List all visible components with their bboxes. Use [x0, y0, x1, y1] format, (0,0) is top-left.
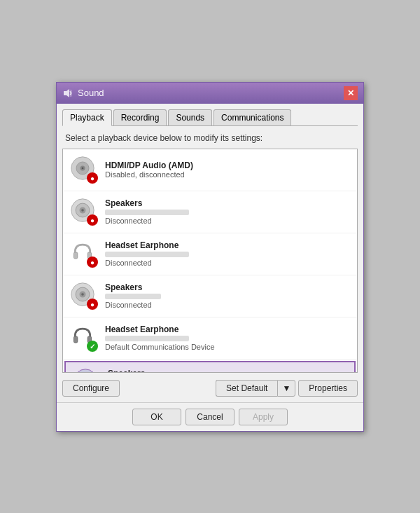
- tab-playback[interactable]: Playback: [62, 109, 112, 126]
- device-driver-bar: [105, 336, 189, 341]
- tab-description: Select a playback device below to modify…: [62, 133, 358, 143]
- device-driver-bar: [105, 210, 189, 215]
- device-item-selected[interactable]: ✓ Speakers Default Device: [64, 361, 356, 373]
- titlebar: Sound ✕: [57, 83, 363, 104]
- device-icon-speaker: ●: [70, 156, 98, 184]
- device-item[interactable]: ● Headset Earphone Disconnected: [63, 233, 357, 275]
- status-badge-disconnected: ●: [87, 214, 98, 226]
- device-info: Speakers Default Device: [108, 369, 347, 373]
- window-body: Playback Recording Sounds Communications…: [57, 104, 363, 402]
- device-info: Headset Earphone Default Communications …: [105, 324, 350, 351]
- svg-marker-1: [66, 89, 69, 97]
- ok-button[interactable]: OK: [132, 409, 181, 425]
- device-driver-bar: [105, 294, 161, 299]
- sound-dialog: Sound ✕ Playback Recording Sounds Commun…: [56, 82, 364, 432]
- close-button[interactable]: ✕: [344, 86, 358, 100]
- device-name: Speakers: [108, 369, 347, 373]
- device-status: Disabled, disconnected: [105, 170, 350, 179]
- device-item[interactable]: ✓ Headset Earphone Default Communication…: [63, 317, 357, 360]
- device-icon-headset: ●: [70, 240, 98, 268]
- set-default-arrow[interactable]: ▼: [277, 380, 295, 397]
- tab-recording[interactable]: Recording: [113, 109, 167, 125]
- device-icon-speaker: ●: [70, 282, 98, 310]
- apply-button[interactable]: Apply: [239, 409, 288, 425]
- device-status: Disconnected: [105, 301, 350, 309]
- window-title: Sound: [78, 88, 104, 98]
- status-badge-disconnected: ●: [87, 172, 98, 184]
- device-icon-headset: ✓: [70, 324, 98, 352]
- titlebar-left: Sound: [62, 88, 104, 99]
- device-name: HDMI/DP Audio (AMD): [105, 160, 350, 170]
- bottom-buttons: Configure Set Default ▼ Properties: [62, 380, 358, 397]
- device-status: Disconnected: [105, 259, 350, 267]
- device-status: Default Communications Device: [105, 343, 350, 351]
- device-info: Headset Earphone Disconnected: [105, 240, 350, 267]
- status-badge-default: ✓: [87, 341, 98, 352]
- tab-bar: Playback Recording Sounds Communications: [62, 109, 358, 126]
- device-list[interactable]: ● HDMI/DP Audio (AMD) Disabled, disconne…: [62, 149, 358, 373]
- svg-point-5: [82, 167, 84, 170]
- svg-point-15: [81, 293, 84, 296]
- device-name: Speakers: [105, 198, 350, 208]
- device-driver-bar: [105, 252, 189, 257]
- tab-sounds[interactable]: Sounds: [168, 109, 212, 125]
- device-item[interactable]: ● Speakers Disconnected: [63, 275, 357, 317]
- svg-rect-0: [64, 91, 66, 95]
- device-info: Speakers Disconnected: [105, 282, 350, 309]
- set-default-group: Set Default ▼: [216, 380, 295, 397]
- device-info: HDMI/DP Audio (AMD) Disabled, disconnect…: [105, 160, 350, 179]
- device-name: Headset Earphone: [105, 240, 350, 250]
- device-icon-speaker-selected: ✓: [73, 368, 101, 373]
- app-icon: [62, 88, 74, 99]
- device-status: Disconnected: [105, 217, 350, 225]
- device-icon-speaker: ●: [70, 198, 98, 226]
- properties-button[interactable]: Properties: [298, 380, 358, 397]
- cancel-button[interactable]: Cancel: [186, 409, 234, 425]
- device-item[interactable]: ● HDMI/DP Audio (AMD) Disabled, disconne…: [63, 149, 357, 191]
- status-badge-disconnected: ●: [87, 299, 98, 310]
- svg-point-9: [81, 209, 84, 212]
- device-name: Speakers: [105, 282, 350, 292]
- device-item[interactable]: ● Speakers Disconnected: [63, 191, 357, 233]
- svg-point-18: [74, 369, 97, 372]
- footer: OK Cancel Apply: [57, 402, 363, 431]
- status-badge-disconnected: ●: [87, 256, 98, 268]
- device-name: Headset Earphone: [105, 324, 350, 334]
- set-default-button[interactable]: Set Default: [216, 380, 277, 397]
- device-info: Speakers Disconnected: [105, 198, 350, 225]
- svg-rect-10: [74, 252, 77, 259]
- svg-rect-16: [74, 336, 77, 343]
- configure-button[interactable]: Configure: [62, 380, 120, 397]
- tab-communications[interactable]: Communications: [214, 109, 291, 125]
